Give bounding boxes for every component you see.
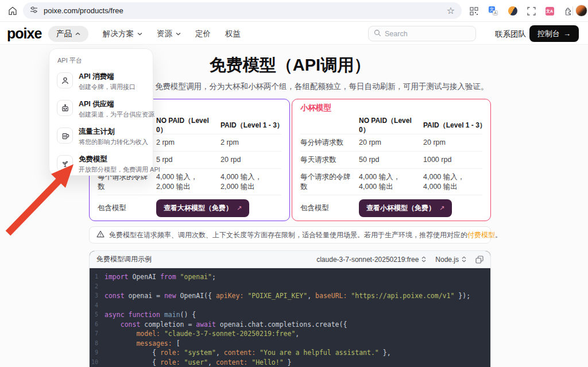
nav-item-solutions[interactable]: 解决方案 xyxy=(103,29,142,39)
column-header: PAID（Level 1 - 3） xyxy=(423,121,488,130)
row-label: 包含模型 xyxy=(98,203,156,213)
column-header: PAID（Level 1 - 3） xyxy=(220,121,285,130)
table-row: 每分钟请求数20 rpm20 rpm xyxy=(300,134,482,151)
line-number: 3 xyxy=(90,291,105,301)
code-block[interactable]: 1import OpenAI from "openai";23const ope… xyxy=(90,268,490,367)
column-header: NO PAID（Level 0） xyxy=(359,116,423,134)
row-value: 5 rpd xyxy=(156,155,220,165)
table-title: 小杯模型 xyxy=(300,99,482,117)
code-line: 2 xyxy=(90,282,490,292)
mug-icon xyxy=(57,128,73,144)
menu-item-traffic-program[interactable]: 流量主计划将您的影响力转化为收入 xyxy=(56,125,146,149)
user-icon xyxy=(57,72,73,88)
menu-item-title: API 消费端 xyxy=(79,72,136,81)
view-models-button[interactable]: 查看大杯模型（免费）↗ xyxy=(156,199,249,217)
search-icon xyxy=(374,29,381,39)
translate-icon[interactable]: 文A xyxy=(488,6,498,16)
swirl-icon[interactable] xyxy=(508,6,518,16)
notice-text: 免费模型在请求频率、调用次数、上下文长度等方面存在限制，适合轻量使用场景。若用于… xyxy=(109,230,502,240)
contact-team-link[interactable]: 联系团队 xyxy=(495,29,526,40)
menu-item-api-supplier[interactable]: API 供应端创建渠道，为平台供应资源 xyxy=(56,98,146,121)
code-line: 8 messages: [ xyxy=(90,339,490,349)
table-footer-row: 包含模型查看小杯模型（免费）↗ xyxy=(300,195,482,221)
site-settings-icon[interactable] xyxy=(30,6,38,16)
menu-item-title: 流量主计划 xyxy=(79,128,148,136)
warning-icon xyxy=(96,230,105,239)
code-card-header: 免费模型调用示例 claude-3-7-sonnet-20250219:free… xyxy=(90,251,490,268)
row-value: 4,000 输入， 2,000 输出 xyxy=(156,172,220,192)
menu-item-api-consumer[interactable]: API 消费端创建令牌，调用接口 xyxy=(56,70,146,94)
table-footer-row: 包含模型查看大杯模型（免费）↗ xyxy=(98,195,281,221)
code-line: 5async function main() { xyxy=(90,310,490,320)
pink-translate-icon[interactable]: 文A xyxy=(544,6,555,16)
line-number: 1 xyxy=(90,272,105,282)
page-subtitle: 免费模型调用，分为大杯和小杯两个组，各组配额独立，每日自动刷新，可用于测试与接入… xyxy=(155,82,523,92)
chevron-updown-icon xyxy=(421,256,426,262)
robot-icon xyxy=(57,100,73,116)
paid-models-link[interactable]: 付费模型 xyxy=(467,231,495,239)
row-label: 每天请求数 xyxy=(300,155,359,165)
menu-item-desc: 创建渠道，为平台供应资源 xyxy=(79,110,154,119)
nav-item-products[interactable]: 产品 xyxy=(48,26,88,42)
small-cup-table: 小杯模型NO PAID（Level 0）PAID（Level 1 - 3）每分钟… xyxy=(292,99,491,221)
menu-item-desc: 创建令牌，调用接口 xyxy=(79,83,136,91)
qr-code-icon[interactable] xyxy=(469,6,479,16)
row-value: 2 rpm xyxy=(156,138,220,148)
line-number: 10 xyxy=(90,358,105,367)
copy-icon[interactable] xyxy=(475,256,483,264)
row-value: 1000 rpd xyxy=(423,155,488,165)
limits-notice: 免费模型在请求频率、调用次数、上下文长度等方面存在限制，适合轻量使用场景。若用于… xyxy=(89,226,491,244)
nav-item-label: 解决方案 xyxy=(103,29,134,39)
url-text[interactable]: poixe.com/products/free xyxy=(44,6,447,15)
menu-item-free-models[interactable]: 免费模型开放部分模型，免费调用 API xyxy=(56,153,146,176)
row-value: 20 rpm xyxy=(359,138,423,148)
nav-item-label: 定价 xyxy=(195,29,211,39)
nav-item-label: 资源 xyxy=(157,29,172,39)
nav-item-label: 权益 xyxy=(225,29,241,39)
site-logo[interactable]: poixe xyxy=(7,25,41,42)
nav-item-benefits[interactable]: 权益 xyxy=(225,29,241,39)
search-box[interactable] xyxy=(368,26,476,41)
row-label: 每分钟请求数 xyxy=(300,138,359,148)
code-line: 9 { role: "system", content: "You are a … xyxy=(90,348,490,358)
screenshot-icon[interactable] xyxy=(526,6,536,16)
home-icon[interactable] xyxy=(6,4,20,18)
products-dropdown: API 平台 API 消费端创建令牌，调用接口API 供应端创建渠道，为平台供应… xyxy=(49,48,153,176)
chevron-updown-icon xyxy=(462,256,466,262)
code-line: 6 const completion = await openai.chat.c… xyxy=(90,320,490,330)
table-row: 每天请求数50 rpd1000 rpd xyxy=(300,151,482,168)
arrow-right-icon: → xyxy=(563,29,571,38)
line-number: 9 xyxy=(90,348,105,358)
row-label: 包含模型 xyxy=(300,203,359,213)
extensions-puzzle-icon[interactable] xyxy=(563,6,573,16)
row-value: 4,000 输入， 4,000 输出 xyxy=(423,172,488,192)
address-bar[interactable]: poixe.com/products/free ☆ xyxy=(23,2,462,19)
row-value: 4,000 输入， 4,000 输出 xyxy=(359,172,423,192)
nav-item-pricing[interactable]: 定价 xyxy=(195,29,211,39)
row-value: 20 rpd xyxy=(220,155,285,165)
external-link-icon: ↗ xyxy=(237,204,242,212)
row-value: 20 rpm xyxy=(423,138,488,148)
search-input[interactable] xyxy=(385,30,465,38)
sprout-icon xyxy=(57,155,73,171)
menu-item-desc: 将您的影响力转化为收入 xyxy=(79,138,148,146)
avatar[interactable] xyxy=(575,5,587,17)
page: poixe.com/products/free ☆ 文A 文A po xyxy=(0,0,588,367)
console-button-label: 控制台 xyxy=(537,29,560,39)
nav-item-label: 产品 xyxy=(56,29,72,39)
bookmark-star-icon[interactable]: ☆ xyxy=(447,6,455,16)
console-button[interactable]: 控制台 → xyxy=(529,25,579,42)
code-line: 1import OpenAI from "openai"; xyxy=(90,272,490,282)
code-line: 3const openai = new OpenAI({ apiKey: "PO… xyxy=(90,291,490,301)
code-line: 4 xyxy=(90,301,490,311)
view-models-button[interactable]: 查看小杯模型（免费）↗ xyxy=(359,199,452,217)
model-select[interactable]: claude-3-7-sonnet-20250219:free xyxy=(316,256,426,264)
line-number: 2 xyxy=(90,282,105,292)
nav-item-resources[interactable]: 资源 xyxy=(157,29,181,39)
language-select[interactable]: Node.js xyxy=(435,256,466,264)
code-line: 7 model: "claude-3-7-sonnet-20250219:fre… xyxy=(90,329,490,339)
nav-menu: 产品解决方案资源定价权益 xyxy=(48,26,241,41)
external-link-icon: ↗ xyxy=(439,204,444,212)
row-value: 2 rpm xyxy=(220,138,285,148)
line-number: 4 xyxy=(90,301,105,311)
